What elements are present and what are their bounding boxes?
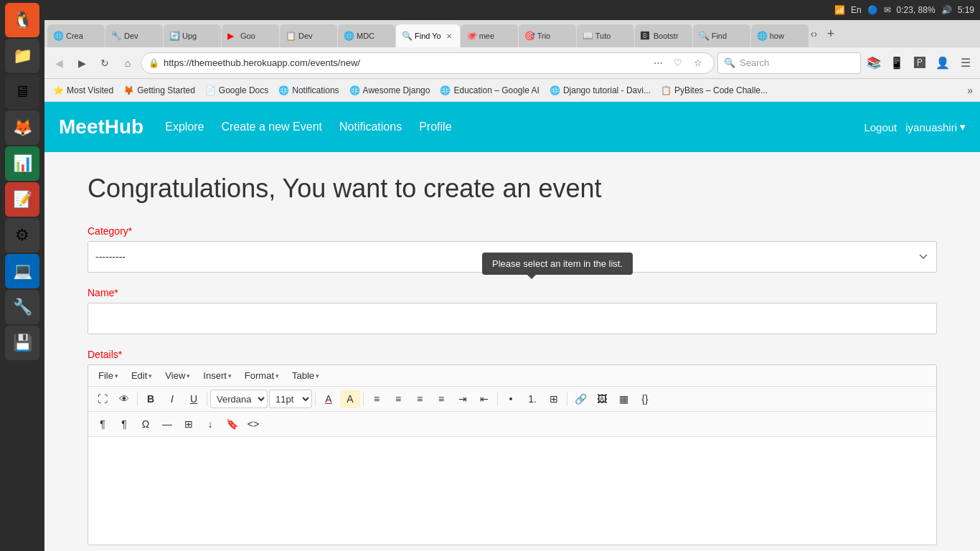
rich-text-editor: File ▾ Edit ▾ View ▾ Insert: [88, 364, 937, 545]
bookmark-getting-started[interactable]: 🦊 Getting Started: [119, 83, 199, 98]
rte-menu-view[interactable]: View ▾: [159, 368, 196, 383]
hr-button[interactable]: —: [157, 415, 177, 433]
link-button[interactable]: 🔗: [570, 390, 590, 408]
align-left-button[interactable]: ≡: [367, 390, 387, 408]
unordered-list-button[interactable]: •: [501, 390, 521, 408]
firefox-icon[interactable]: 🦊: [5, 110, 39, 145]
files-icon[interactable]: 📁: [5, 39, 39, 73]
tab-label: Find Yo: [415, 32, 441, 40]
synced-tabs-icon[interactable]: 📱: [887, 53, 907, 73]
reload-button[interactable]: ↻: [95, 53, 115, 73]
ordered-list-button[interactable]: 1.: [522, 390, 542, 408]
image-button[interactable]: 🖼: [592, 390, 612, 408]
user-dropdown-icon: ▾: [960, 121, 966, 133]
preview-button[interactable]: 👁: [114, 390, 134, 408]
new-tab-button[interactable]: +: [821, 24, 841, 44]
bookmark-icon[interactable]: ♡: [669, 55, 687, 72]
bookmark-google-docs[interactable]: 📄 Google Docs: [201, 83, 273, 98]
settings-icon[interactable]: ⚙: [5, 218, 39, 253]
star-icon[interactable]: ☆: [689, 55, 707, 72]
back-button[interactable]: ◀: [49, 53, 69, 73]
terminal-icon[interactable]: 🖥: [5, 75, 39, 109]
username-display[interactable]: iyanuashiri ▾: [905, 121, 966, 133]
tab-upg[interactable]: 🔄 Upg: [164, 24, 221, 47]
tab-how[interactable]: 🌐 how: [751, 24, 809, 47]
source-code-button[interactable]: <>: [243, 415, 263, 433]
forward-button[interactable]: ▶: [72, 53, 92, 73]
bookmark-django-tutorial[interactable]: 🌐 Django tutorial - Davi...: [545, 83, 655, 98]
table-button[interactable]: ⊞: [544, 390, 564, 408]
rte-menu-insert[interactable]: Insert ▾: [197, 368, 237, 383]
ubuntu-icon[interactable]: 🐧: [5, 3, 39, 37]
align-center-button[interactable]: ≡: [388, 390, 408, 408]
bookmark-notifications[interactable]: 🌐 Notifications: [274, 83, 343, 98]
tab-mdc[interactable]: 🌐 MDC: [338, 24, 395, 47]
tab-tut[interactable]: 📖 Tuto: [577, 24, 634, 47]
upload-button[interactable]: ↓: [200, 415, 220, 433]
italic-button[interactable]: I: [162, 390, 182, 408]
insert-table-button[interactable]: ⊞: [179, 415, 199, 433]
rte-body[interactable]: [88, 437, 936, 545]
rte-menu-file[interactable]: File ▾: [93, 368, 124, 383]
details-field-group: Details* File ▾ Edit ▾ V: [88, 349, 937, 545]
tab-find2[interactable]: 🔍 Find: [693, 24, 750, 47]
tab-boot[interactable]: 🅱 Bootstr: [635, 24, 692, 47]
bookmark-pybites[interactable]: 📋 PyBites – Code Challe...: [656, 83, 772, 98]
outdent-button[interactable]: ⇤: [474, 390, 494, 408]
bookmark-most-visited[interactable]: ⭐ Most Visited: [49, 83, 118, 98]
special-chars-button[interactable]: Ω: [136, 415, 156, 433]
bookmark-awesome-django[interactable]: 🌐 Awesome Django: [345, 83, 435, 98]
bold-button[interactable]: B: [141, 390, 161, 408]
clock: 5:19: [958, 5, 974, 15]
nav-create-event[interactable]: Create a new Event: [221, 121, 322, 133]
font-color-button[interactable]: A: [319, 390, 339, 408]
nav-profile[interactable]: Profile: [419, 121, 451, 133]
bookmark-education-google-ai[interactable]: 🌐 Education – Google AI: [435, 83, 543, 98]
rte-menu-table[interactable]: Table ▾: [286, 368, 325, 383]
nav-explore[interactable]: Explore: [165, 121, 204, 133]
tab-dev2[interactable]: 📋 Dev: [280, 24, 337, 47]
nav-notifications[interactable]: Notifications: [339, 121, 402, 133]
home-button[interactable]: ⌂: [118, 53, 138, 73]
code-button[interactable]: {}: [635, 390, 655, 408]
highlight-button[interactable]: A: [340, 390, 360, 408]
tab-create[interactable]: 🌐 Crea: [47, 24, 105, 47]
tab-scroll-arrows[interactable]: ‹›: [811, 28, 817, 39]
tab-close-icon[interactable]: ✕: [444, 31, 454, 41]
chevron-down-icon: ▾: [187, 372, 190, 380]
tab-goo[interactable]: ▶ Goo: [222, 24, 279, 47]
blockquote-button[interactable]: ¶: [114, 415, 134, 433]
font-family-select[interactable]: Verdana: [210, 390, 268, 408]
text-editor-icon[interactable]: 📝: [5, 182, 39, 217]
tab-trio[interactable]: 🎯 Trio: [519, 24, 576, 47]
main-content: Congratulations, You want to create an e…: [44, 152, 980, 551]
more-options-icon[interactable]: ⋯: [649, 55, 666, 72]
spreadsheet-icon[interactable]: 📊: [5, 146, 39, 181]
pocket-icon[interactable]: 🅿: [910, 53, 930, 73]
media-button[interactable]: ▦: [613, 390, 633, 408]
rte-menu-format[interactable]: Format ▾: [239, 368, 285, 383]
address-bar[interactable]: 🔒 https://themeethub.herokuapp.com/event…: [141, 52, 715, 74]
bookmarks-more-button[interactable]: »: [964, 83, 976, 98]
fullscreen-button[interactable]: ⛶: [93, 390, 113, 408]
tab-find-active[interactable]: 🔍 Find Yo ✕: [396, 24, 460, 47]
rte-menu-edit[interactable]: Edit ▾: [126, 368, 158, 383]
paragraph-button[interactable]: ¶: [93, 415, 113, 433]
anchor-button[interactable]: 🔖: [222, 415, 242, 433]
tab-dev1[interactable]: 🔧 Dev: [105, 24, 163, 47]
tab-meet[interactable]: 🐙 mee: [461, 24, 518, 47]
menu-icon[interactable]: ☰: [956, 53, 976, 73]
align-justify-button[interactable]: ≡: [431, 390, 451, 408]
name-input[interactable]: [88, 303, 937, 334]
storage-icon[interactable]: 💾: [5, 326, 39, 360]
font-size-select[interactable]: 11pt: [269, 390, 312, 408]
align-right-button[interactable]: ≡: [410, 390, 430, 408]
bookmarks-library-icon[interactable]: 📚: [864, 53, 884, 73]
vscode-icon[interactable]: 💻: [5, 254, 39, 288]
indent-button[interactable]: ⇥: [453, 390, 473, 408]
profile-icon[interactable]: 👤: [933, 53, 953, 73]
system-icon[interactable]: 🔧: [5, 290, 39, 324]
underline-button[interactable]: U: [184, 390, 204, 408]
search-bar[interactable]: 🔍 Search: [717, 52, 861, 74]
logout-button[interactable]: Logout: [864, 121, 897, 133]
